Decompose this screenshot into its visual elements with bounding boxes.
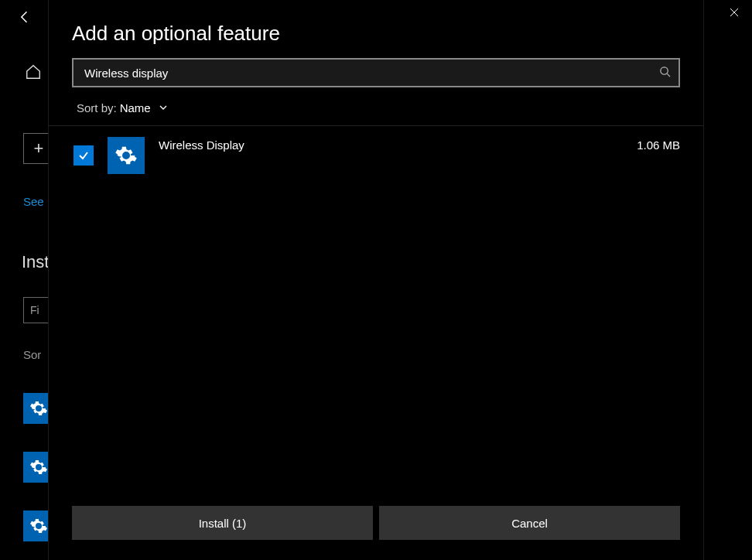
sort-by-label: Sort by: [77, 101, 117, 114]
chevron-down-icon [159, 101, 168, 114]
dialog-button-bar: Install (1) Cancel [49, 495, 703, 560]
home-icon[interactable] [25, 63, 42, 84]
feature-name: Wireless Display [159, 137, 623, 152]
svg-point-4 [661, 67, 668, 74]
feature-checkbox[interactable] [73, 145, 94, 166]
sort-label-bg: Sor [23, 348, 41, 361]
feature-list: Wireless Display 1.06 MB [49, 125, 703, 495]
feature-row[interactable]: Wireless Display 1.06 MB [49, 126, 703, 185]
see-history-link[interactable]: See [23, 195, 44, 208]
gear-icon [108, 137, 145, 174]
cancel-button[interactable]: Cancel [379, 506, 680, 540]
feature-size: 1.06 MB [637, 137, 680, 152]
search-icon[interactable] [659, 66, 671, 80]
install-button[interactable]: Install (1) [72, 506, 373, 540]
close-button[interactable] [716, 0, 752, 25]
sort-by-dropdown[interactable]: Sort by: Name [77, 101, 680, 114]
svg-line-5 [667, 73, 670, 77]
search-container [72, 58, 680, 87]
search-input[interactable] [72, 58, 680, 87]
find-input-bg[interactable]: Fi [23, 297, 51, 323]
add-optional-feature-dialog: Add an optional feature Sort by: Name Wi… [48, 0, 704, 560]
back-arrow-icon[interactable] [17, 9, 32, 29]
installed-features-heading: Inst [22, 252, 49, 272]
dialog-title: Add an optional feature [49, 0, 703, 58]
sort-by-value: Name [120, 101, 151, 114]
